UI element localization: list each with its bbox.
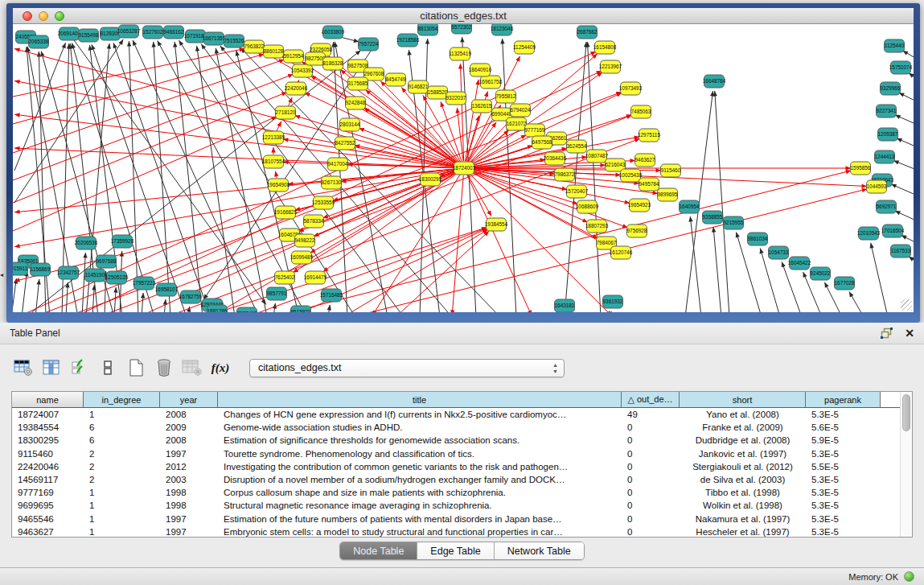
table-row[interactable]: 2242004622012Investigating the contribut… <box>12 460 912 473</box>
select-columns-icon[interactable] <box>69 358 90 377</box>
table-selector-dropdown[interactable]: citations_edges.txt ▲▼ <box>249 359 565 377</box>
cell-year[interactable]: 1997 <box>160 514 218 524</box>
panel-collapse-arrow[interactable]: ◂ <box>0 271 6 279</box>
cell-pagerank[interactable]: 5.3E-5 <box>806 501 881 510</box>
cell-year[interactable]: 1997 <box>160 527 218 537</box>
cell-pagerank[interactable]: 5.5E-5 <box>806 462 881 472</box>
cell-pagerank[interactable]: 5.3E-5 <box>806 488 881 497</box>
cell-pagerank[interactable]: 5.6E-5 <box>806 422 881 432</box>
cell-in_degree[interactable]: 1 <box>84 410 160 419</box>
cell-title[interactable]: Structural magnetic resonance image aver… <box>218 501 622 510</box>
table-row[interactable]: 1830029562008Estimation of significance … <box>12 434 912 447</box>
cell-title[interactable]: Genome-wide association studies in ADHD. <box>218 422 622 432</box>
column-header-pagerank[interactable]: pagerank <box>806 392 881 407</box>
cell-title[interactable]: Disruption of a novel member of a sodium… <box>218 475 622 484</box>
column-header-in_degree[interactable]: in_degree <box>84 392 160 407</box>
cell-short[interactable]: Dudbridge et al. (2008) <box>680 435 806 445</box>
table-row[interactable]: 911546021997Tourette syndrome. Phenomeno… <box>12 447 912 460</box>
cell-name[interactable]: 22420046 <box>12 462 84 472</box>
table-row[interactable]: 1872400712008Changes of HCN gene express… <box>12 408 912 421</box>
cell-in_degree[interactable]: 1 <box>84 501 160 510</box>
cell-out_degree[interactable]: 0 <box>622 527 680 537</box>
column-header-year[interactable]: year <box>160 392 218 407</box>
cell-pagerank[interactable]: 5.3E-5 <box>806 527 881 537</box>
cell-short[interactable]: Wolkin et al. (1998) <box>680 501 806 510</box>
close-panel-icon[interactable]: ✕ <box>905 327 914 340</box>
cell-year[interactable]: 1997 <box>160 449 218 459</box>
table-row[interactable]: 946554611997Estimation of the future num… <box>12 513 912 525</box>
cell-short[interactable]: Jankovic et al. (1997) <box>680 449 806 459</box>
table-row[interactable]: 946362711997Embryonic stem cells: a mode… <box>12 525 912 537</box>
table-row[interactable]: 969969511998Structural magnetic resonanc… <box>12 499 912 512</box>
cell-title[interactable]: Changes of HCN gene expression and I(f) … <box>218 410 622 419</box>
cell-title[interactable]: Estimation of significance thresholds fo… <box>218 435 622 445</box>
cell-in_degree[interactable]: 1 <box>84 514 160 524</box>
column-header-out_degree[interactable]: △ out_de… <box>622 392 680 407</box>
network-canvas[interactable]: 2405572206533820691406915549881283001065… <box>13 24 914 312</box>
window-titlebar[interactable]: citations_edges.txt <box>13 8 914 24</box>
cell-name[interactable]: 14569117 <box>12 475 84 484</box>
cell-year[interactable]: 2008 <box>160 410 218 419</box>
cell-name[interactable]: 9115460 <box>12 449 84 459</box>
cell-short[interactable]: Franke et al. (2009) <box>680 422 806 432</box>
cell-name[interactable]: 9463627 <box>12 527 84 537</box>
cell-name[interactable]: 9699695 <box>12 501 84 510</box>
table-row[interactable]: 1938455462009Genome-wide association stu… <box>12 421 912 434</box>
delete-table-icon[interactable] <box>182 358 203 377</box>
cell-out_degree[interactable]: 0 <box>622 488 680 497</box>
table-mode-icon[interactable] <box>13 358 34 377</box>
cell-out_degree[interactable]: 0 <box>622 449 680 459</box>
cell-in_degree[interactable]: 2 <box>84 449 160 459</box>
cell-in_degree[interactable]: 6 <box>84 422 160 432</box>
float-panel-icon[interactable] <box>881 328 893 339</box>
table-row[interactable]: 1456911722003Disruption of a novel membe… <box>12 473 912 486</box>
cell-pagerank[interactable]: 5.3E-5 <box>806 410 881 419</box>
close-window-button[interactable] <box>23 11 32 21</box>
show-columns-icon[interactable] <box>41 358 62 377</box>
cell-in_degree[interactable]: 1 <box>84 488 160 497</box>
cell-name[interactable]: 9777169 <box>12 488 84 497</box>
cell-out_degree[interactable]: 0 <box>622 422 680 432</box>
resize-grip[interactable] <box>901 299 912 311</box>
cell-out_degree[interactable]: 49 <box>622 410 680 419</box>
cell-title[interactable]: Investigating the contribution of common… <box>218 462 622 472</box>
cell-year[interactable]: 1998 <box>160 501 218 510</box>
cell-out_degree[interactable]: 0 <box>622 435 680 445</box>
cell-out_degree[interactable]: 0 <box>622 501 680 510</box>
cell-in_degree[interactable]: 2 <box>84 475 160 484</box>
tab-node-table[interactable]: Node Table <box>340 542 417 559</box>
cell-name[interactable]: 18724007 <box>12 410 84 419</box>
cell-out_degree[interactable]: 0 <box>622 462 680 472</box>
cell-short[interactable]: Stergiakouli et al. (2012) <box>680 462 806 472</box>
function-builder-icon[interactable]: f(x) <box>210 358 231 377</box>
cell-title[interactable]: Embryonic stem cells: a model to study s… <box>218 527 622 537</box>
column-header-title[interactable]: title <box>218 392 622 407</box>
cell-short[interactable]: de Silva et al. (2003) <box>680 475 806 484</box>
column-header-short[interactable]: short <box>680 392 806 407</box>
cell-title[interactable]: Tourette syndrome. Phenomenology and cla… <box>218 449 622 459</box>
column-header-name[interactable]: name <box>12 392 84 407</box>
cell-short[interactable]: Nakamura et al. (1997) <box>680 514 806 524</box>
tab-edge-table[interactable]: Edge Table <box>417 542 493 559</box>
cell-pagerank[interactable]: 5.3E-5 <box>806 514 881 524</box>
cell-name[interactable]: 19384554 <box>12 422 84 432</box>
zoom-window-button[interactable] <box>55 11 64 21</box>
table-row[interactable]: 977716911998Corpus callosum shape and si… <box>12 486 912 499</box>
cell-in_degree[interactable]: 2 <box>84 462 160 472</box>
cell-year[interactable]: 2012 <box>160 462 218 472</box>
row-height-icon[interactable] <box>97 358 118 377</box>
cell-year[interactable]: 2009 <box>160 422 218 432</box>
cell-in_degree[interactable]: 1 <box>84 527 160 537</box>
cell-out_degree[interactable]: 0 <box>622 475 680 484</box>
cell-year[interactable]: 1998 <box>160 488 218 497</box>
cell-in_degree[interactable]: 6 <box>84 435 160 445</box>
table-scrollbar[interactable] <box>900 392 912 537</box>
cell-year[interactable]: 2003 <box>160 475 218 484</box>
tab-network-table[interactable]: Network Table <box>494 542 584 559</box>
cell-short[interactable]: Tibbo et al. (1998) <box>680 488 806 497</box>
table-scrollbar-thumb[interactable] <box>902 394 910 431</box>
cell-name[interactable]: 18300295 <box>12 435 84 445</box>
cell-name[interactable]: 9465546 <box>12 514 84 524</box>
memory-status-indicator[interactable] <box>904 571 914 582</box>
cell-short[interactable]: Hescheler et al. (1997) <box>680 527 806 537</box>
